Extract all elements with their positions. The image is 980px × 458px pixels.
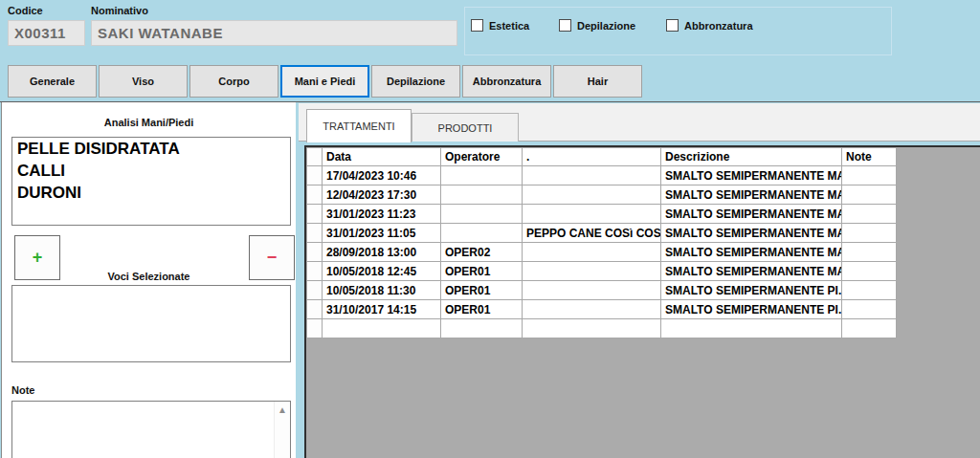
row-selector-cell[interactable] — [307, 166, 323, 185]
table-cell: OPER01 — [441, 262, 523, 281]
category-groupbox: Estetica Depilazione Abbronzatura — [464, 7, 892, 55]
col-header-dot[interactable]: . — [523, 148, 661, 166]
row-selector-cell[interactable] — [307, 281, 323, 300]
nominativo-field[interactable]: SAKI WATANABE — [91, 20, 457, 46]
table-cell: PEPPO CANE COSì COSì — [523, 224, 661, 243]
history-tab-strip: TRATTAMENTI PRODOTTI — [299, 103, 980, 142]
table-cell: 10/05/2018 12:45 — [323, 262, 441, 281]
nav-button-mani-e-piedi[interactable]: Mani e Piedi — [280, 65, 369, 98]
content-area: Analisi Mani/Piedi PELLE DISIDRATATACALL… — [0, 101, 980, 458]
note-label: Note — [11, 384, 34, 396]
row-selector-cell[interactable] — [307, 185, 323, 205]
table-cell — [842, 319, 897, 338]
row-selector-cell[interactable] — [307, 300, 323, 319]
row-selector-cell[interactable] — [307, 243, 323, 262]
table-cell — [523, 262, 661, 281]
table-cell — [842, 262, 897, 281]
table-cell: 17/04/2023 10:46 — [323, 166, 441, 185]
voci-selezionate-listbox[interactable] — [11, 285, 291, 362]
table-cell: OPER01 — [441, 281, 523, 300]
table-row[interactable]: 12/04/2023 17:30SMALTO SEMIPERMANENTE MA… — [307, 185, 897, 205]
col-header-operatore[interactable]: Operatore — [441, 148, 523, 166]
nav-button-hair[interactable]: Hair — [553, 65, 642, 98]
row-selector-cell[interactable] — [307, 205, 323, 224]
table-row[interactable]: 31/10/2017 14:15OPER01SMALTO SEMIPERMANE… — [307, 300, 897, 319]
table-cell — [523, 185, 661, 205]
nav-button-viso[interactable]: Viso — [99, 65, 188, 98]
table-row[interactable]: 31/01/2023 11:05PEPPO CANE COSì COSìSMAL… — [307, 224, 897, 243]
tab-prodotti[interactable]: PRODOTTI — [412, 113, 519, 142]
checkbox-label: Depilazione — [577, 20, 635, 32]
scroll-up-icon[interactable]: ▲ — [275, 402, 290, 418]
row-selector-cell[interactable] — [307, 319, 323, 338]
tab-trattamenti[interactable]: TRATTAMENTI — [306, 109, 412, 142]
table-cell — [842, 300, 897, 319]
table-cell: SMALTO SEMIPERMANENTE MA... — [661, 185, 842, 205]
table-row[interactable]: 10/05/2018 11:30OPER01SMALTO SEMIPERMANE… — [307, 281, 897, 300]
table-cell — [523, 166, 661, 185]
table-cell: SMALTO SEMIPERMANENTE PI... — [661, 281, 842, 300]
treatments-table: Data Operatore . Descrizione Note 17/04/… — [306, 147, 897, 338]
table-cell — [323, 319, 441, 338]
analisi-list-item[interactable]: CALLI — [12, 160, 290, 182]
checkbox-box[interactable] — [666, 19, 679, 32]
table-row[interactable]: 17/04/2023 10:46SMALTO SEMIPERMANENTE MA… — [307, 166, 897, 185]
table-cell — [523, 243, 661, 262]
history-panel: TRATTAMENTI PRODOTTI Data Operatore . — [299, 103, 980, 458]
checkbox-label: Abbronzatura — [684, 20, 753, 32]
analisi-list-item[interactable]: DURONI — [12, 182, 290, 204]
col-header-note[interactable]: Note — [842, 148, 897, 166]
row-selector-cell[interactable] — [307, 224, 323, 243]
analisi-list-item[interactable]: PELLE DISIDRATATA — [12, 138, 290, 160]
table-cell — [441, 224, 523, 243]
treatments-table-body: 17/04/2023 10:46SMALTO SEMIPERMANENTE MA… — [307, 166, 897, 338]
table-cell — [842, 281, 897, 300]
table-cell: 10/05/2018 11:30 — [323, 281, 441, 300]
table-row[interactable]: 10/05/2018 12:45OPER01SMALTO SEMIPERMANE… — [307, 262, 897, 281]
table-cell: 31/01/2023 11:23 — [323, 205, 441, 224]
checkbox-box[interactable] — [559, 19, 571, 32]
table-row[interactable] — [307, 319, 897, 338]
table-cell — [842, 185, 897, 205]
checkbox-estetica[interactable]: Estetica — [471, 19, 529, 32]
table-cell — [842, 243, 897, 262]
codice-label: Codice — [8, 5, 43, 16]
table-cell — [523, 205, 661, 224]
table-cell — [523, 300, 661, 319]
table-cell — [842, 224, 897, 243]
checkbox-label: Estetica — [489, 20, 529, 32]
table-cell: 31/10/2017 14:15 — [323, 300, 441, 319]
table-cell — [842, 166, 897, 185]
col-header-data[interactable]: Data — [323, 148, 441, 166]
analisi-label: Analisi Mani/Piedi — [2, 117, 296, 128]
col-header-descrizione[interactable]: Descrizione — [661, 148, 842, 166]
table-cell — [661, 319, 842, 338]
section-nav: Generale Viso Corpo Mani e Piedi Depilaz… — [8, 65, 642, 98]
table-cell — [842, 205, 897, 224]
table-row[interactable]: 31/01/2023 11:23SMALTO SEMIPERMANENTE MA… — [307, 205, 897, 224]
table-cell — [523, 281, 661, 300]
treatments-grid: Data Operatore . Descrizione Note 17/04/… — [304, 145, 980, 458]
checkbox-depilazione[interactable]: Depilazione — [559, 19, 635, 32]
analisi-panel: Analisi Mani/Piedi PELLE DISIDRATATACALL… — [1, 102, 296, 458]
note-textarea[interactable]: ▲ — [11, 401, 291, 458]
checkbox-abbronzatura[interactable]: Abbronzatura — [666, 19, 753, 32]
nav-button-corpo[interactable]: Corpo — [189, 65, 278, 98]
table-cell: OPER01 — [441, 300, 523, 319]
nav-button-abbronzatura[interactable]: Abbronzatura — [462, 65, 551, 98]
nav-button-generale[interactable]: Generale — [8, 65, 97, 98]
table-cell — [441, 319, 523, 338]
table-header-row: Data Operatore . Descrizione Note — [307, 148, 897, 166]
table-cell: SMALTO SEMIPERMANENTE PI... — [661, 300, 842, 319]
analisi-listbox[interactable]: PELLE DISIDRATATACALLIDURONI — [11, 137, 291, 226]
codice-field[interactable]: X00311 — [8, 20, 85, 46]
row-selector-cell[interactable] — [307, 262, 323, 281]
table-cell: 12/04/2023 17:30 — [323, 185, 441, 205]
table-cell: SMALTO SEMIPERMANENTE MA... — [661, 205, 842, 224]
table-cell — [523, 319, 661, 338]
table-cell: 28/09/2018 13:00 — [323, 243, 441, 262]
table-row[interactable]: 28/09/2018 13:00OPER02SMALTO SEMIPERMANE… — [307, 243, 897, 262]
checkbox-box[interactable] — [471, 19, 483, 32]
nav-button-depilazione[interactable]: Depilazione — [371, 65, 460, 98]
note-scrollbar[interactable]: ▲ — [274, 402, 290, 458]
